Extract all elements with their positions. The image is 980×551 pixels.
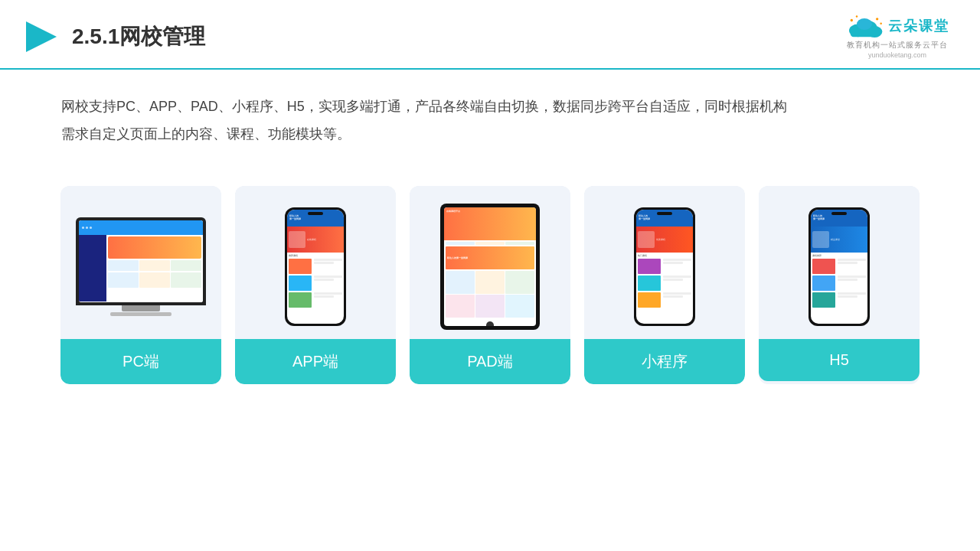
card-pad-image: 在线课程平台 职达人的第一堂网课 (410, 186, 570, 339)
card-pc-label: PC端 (60, 339, 221, 384)
svg-rect-4 (851, 31, 880, 37)
header-left: 2.5.1网校管理 (23, 18, 205, 55)
logo-url: yunduoketang.com (868, 51, 926, 59)
logo-sub: 教育机构一站式服务云平台 (847, 40, 948, 51)
card-app: 职达人的第一堂网课 在线课程 推荐课程 (235, 186, 396, 384)
card-pc-image (60, 186, 221, 339)
phone-mockup-app: 职达人的第一堂网课 在线课程 推荐课程 (285, 207, 346, 326)
phone-mockup-miniapp: 职达人的第一堂网课 优质课程 热门课程 (634, 207, 695, 326)
cards-container: PC端 职达人的第一堂网课 在线课程 (0, 163, 980, 399)
logo-text: 云朵课堂 (888, 17, 949, 35)
card-h5-label: H5 (759, 339, 920, 381)
pc-mockup (76, 217, 206, 316)
phone-mockup-h5: 职达人的第一堂网课 精品课堂 课程推荐 (808, 207, 870, 326)
card-pc: PC端 (60, 186, 221, 384)
description-section: 网校支持PC、APP、PAD、小程序、H5，实现多端打通，产品各终端自由切换，数… (0, 70, 980, 155)
card-h5-image: 职达人的第一堂网课 精品课堂 课程推荐 (759, 186, 920, 339)
card-app-image: 职达人的第一堂网课 在线课程 推荐课程 (235, 186, 396, 339)
play-icon (23, 18, 60, 55)
page-title: 2.5.1网校管理 (72, 22, 205, 51)
pad-mockup: 在线课程平台 职达人的第一堂网课 (440, 204, 540, 330)
svg-marker-0 (26, 21, 57, 52)
card-miniapp-label: 小程序 (584, 339, 745, 384)
svg-point-9 (880, 22, 882, 24)
card-h5: 职达人的第一堂网课 精品课堂 课程推荐 (759, 186, 920, 384)
card-pad: 在线课程平台 职达人的第一堂网课 (410, 186, 570, 384)
cloud-icon (845, 14, 884, 38)
svg-point-7 (856, 15, 858, 18)
page-header: 2.5.1网校管理 云朵课堂 教育机构一站式服务云平台 yunduoketang… (0, 0, 980, 70)
card-miniapp-image: 职达人的第一堂网课 优质课程 热门课程 (584, 186, 745, 339)
logo-area: 云朵课堂 教育机构一站式服务云平台 yunduoketang.com (845, 14, 949, 59)
svg-point-8 (876, 18, 878, 20)
card-miniapp: 职达人的第一堂网课 优质课程 热门课程 (584, 186, 745, 384)
svg-point-6 (851, 19, 853, 21)
card-app-label: APP端 (235, 339, 396, 384)
card-pad-label: PAD端 (410, 339, 570, 384)
svg-point-5 (857, 18, 872, 30)
logo-cloud: 云朵课堂 (845, 14, 949, 38)
description-text: 网校支持PC、APP、PAD、小程序、H5，实现多端打通，产品各终端自由切换，数… (61, 93, 919, 148)
